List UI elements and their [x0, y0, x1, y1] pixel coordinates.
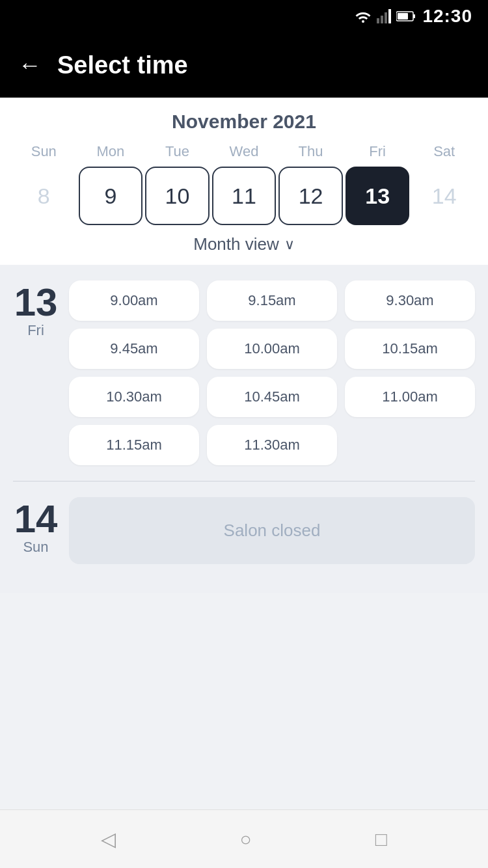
slot-915am[interactable]: 9.15am [207, 280, 337, 321]
slot-1115am[interactable]: 11.15am [69, 425, 199, 465]
svg-rect-1 [377, 18, 379, 23]
closed-text-14: Salon closed [224, 521, 321, 541]
day-number-14: 14 [14, 500, 58, 539]
slot-1000am[interactable]: 10.00am [207, 329, 337, 369]
svg-rect-2 [381, 16, 383, 23]
status-time: 12:30 [422, 6, 472, 27]
calendar-section: November 2021 Sun Mon Tue Wed Thu Fri Sa… [0, 98, 488, 265]
day-block-13: 13 Fri 9.00am 9.15am 9.30am 9.45am 10.00… [13, 280, 475, 465]
signal-icon [377, 9, 391, 23]
svg-rect-6 [413, 14, 415, 18]
header: ← Select time [0, 33, 488, 98]
slot-1015am[interactable]: 10.15am [345, 329, 475, 369]
weekday-mon: Mon [77, 143, 144, 160]
month-view-toggle[interactable]: Month view ∨ [10, 225, 478, 257]
day-9[interactable]: 9 [79, 167, 143, 225]
slot-930am[interactable]: 9.30am [345, 280, 475, 321]
nav-back-icon[interactable]: ◁ [101, 828, 116, 850]
month-view-label: Month view [193, 234, 279, 254]
timeslot-section: 13 Fri 9.00am 9.15am 9.30am 9.45am 10.00… [0, 265, 488, 593]
closed-box-14: Salon closed [69, 497, 475, 564]
day-13[interactable]: 13 [346, 167, 410, 225]
status-bar: 12:30 [0, 0, 488, 33]
wifi-icon [355, 10, 372, 23]
chevron-down-icon: ∨ [284, 236, 295, 253]
nav-recent-icon[interactable]: □ [375, 828, 387, 850]
weekday-thu: Thu [277, 143, 344, 160]
slots-grid-13: 9.00am 9.15am 9.30am 9.45am 10.00am 10.1… [69, 280, 475, 465]
weekday-fri: Fri [344, 143, 411, 160]
day-number-col-13: 13 Fri [13, 280, 59, 339]
slot-945am[interactable]: 9.45am [69, 329, 199, 369]
days-row: 8 9 10 11 12 13 14 [10, 167, 478, 225]
weekday-sun: Sun [10, 143, 77, 160]
day-10[interactable]: 10 [145, 167, 210, 225]
day-number-col-14: 14 Sun [13, 497, 59, 556]
day-name-13: Fri [27, 322, 44, 339]
slot-900am[interactable]: 9.00am [69, 280, 199, 321]
month-label: November 2021 [10, 111, 478, 133]
status-icons [355, 9, 416, 23]
day-row-13: 13 Fri 9.00am 9.15am 9.30am 9.45am 10.00… [13, 280, 475, 465]
day-number-13: 13 [14, 283, 58, 322]
svg-rect-3 [385, 12, 387, 23]
day-12[interactable]: 12 [278, 167, 343, 225]
slot-1130am[interactable]: 11.30am [207, 425, 337, 465]
svg-point-0 [362, 20, 364, 23]
slot-1045am[interactable]: 10.45am [207, 377, 337, 417]
nav-home-icon[interactable]: ○ [239, 828, 251, 850]
weekday-sat: Sat [411, 143, 478, 160]
weekday-wed: Wed [211, 143, 278, 160]
nav-bar: ◁ ○ □ [0, 809, 488, 868]
day-8[interactable]: 8 [12, 167, 76, 225]
day-block-14: 14 Sun Salon closed [13, 481, 475, 564]
page-title: Select time [57, 51, 188, 79]
battery-icon [396, 10, 416, 22]
weekdays-row: Sun Mon Tue Wed Thu Fri Sat [10, 143, 478, 160]
slot-1030am[interactable]: 10.30am [69, 377, 199, 417]
svg-rect-4 [388, 9, 391, 23]
day-row-14: 14 Sun Salon closed [13, 497, 475, 564]
day-14[interactable]: 14 [412, 167, 476, 225]
svg-rect-7 [398, 13, 408, 20]
slot-1100am[interactable]: 11.00am [345, 377, 475, 417]
day-name-14: Sun [23, 539, 48, 556]
back-button[interactable]: ← [18, 53, 42, 77]
day-11[interactable]: 11 [212, 167, 277, 225]
weekday-tue: Tue [144, 143, 211, 160]
